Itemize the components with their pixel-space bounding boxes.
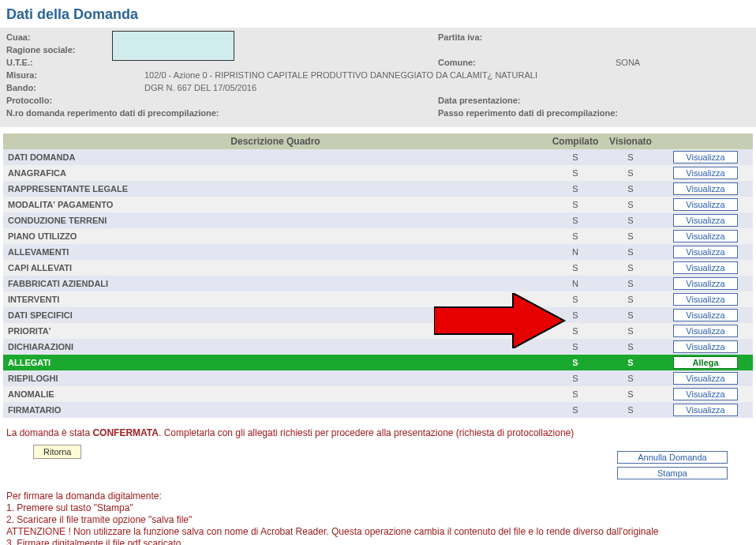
redacted-block bbox=[112, 31, 234, 61]
label-ragione: Ragione sociale: bbox=[6, 43, 105, 56]
row-desc: MODALITA' PAGAMENTO bbox=[3, 197, 548, 212]
visualizza-button[interactable]: Visualizza bbox=[673, 404, 738, 416]
row-action-cell: Visualizza bbox=[658, 323, 753, 339]
row-action-cell: Visualizza bbox=[658, 244, 753, 260]
th-compilato: Compilato bbox=[548, 133, 603, 149]
row-desc: INTERVENTI bbox=[3, 291, 548, 307]
visualizza-button[interactable]: Visualizza bbox=[673, 182, 738, 195]
row-desc: ANAGRAFICA bbox=[3, 165, 548, 181]
row-compilato: N bbox=[548, 244, 603, 260]
row-visionato: S bbox=[603, 370, 658, 386]
row-visionato: S bbox=[603, 181, 658, 197]
row-desc: RIEPILOGHI bbox=[3, 370, 548, 386]
table-row: DATI DOMANDASSVisualizza bbox=[3, 149, 753, 165]
table-row: PIANO UTILIZZOSSVisualizza bbox=[3, 228, 753, 244]
table-row: CONDUZIONE TERRENISSVisualizza bbox=[3, 212, 753, 228]
row-desc: ALLEVAMENTI bbox=[3, 244, 548, 260]
visualizza-button[interactable]: Visualizza bbox=[673, 246, 738, 258]
visualizza-button[interactable]: Visualizza bbox=[673, 277, 738, 290]
row-compilato: S bbox=[548, 307, 603, 323]
visualizza-button[interactable]: Visualizza bbox=[673, 293, 738, 306]
row-visionato: S bbox=[603, 291, 658, 307]
row-action-cell: Visualizza bbox=[658, 307, 753, 323]
instr-line-2: 2. Scaricare il file tramite opzione "sa… bbox=[6, 514, 750, 526]
row-action-cell: Visualizza bbox=[658, 291, 753, 307]
row-compilato: S bbox=[548, 370, 603, 386]
label-datapres: Data presentazione: bbox=[438, 94, 576, 107]
table-row: INTERVENTISSVisualizza bbox=[3, 291, 753, 307]
row-compilato: S bbox=[548, 339, 603, 355]
visualizza-button[interactable]: Visualizza bbox=[673, 372, 738, 385]
visualizza-button[interactable]: Visualizza bbox=[673, 388, 738, 400]
row-visionato: S bbox=[603, 355, 658, 370]
row-compilato: S bbox=[548, 323, 603, 339]
visualizza-button[interactable]: Visualizza bbox=[673, 167, 738, 179]
row-visionato: S bbox=[603, 212, 658, 228]
visualizza-button[interactable]: Visualizza bbox=[673, 214, 738, 227]
row-visionato: S bbox=[603, 260, 658, 276]
table-row: RIEPILOGHISSVisualizza bbox=[3, 370, 753, 386]
visualizza-button[interactable]: Visualizza bbox=[673, 230, 738, 242]
visualizza-button[interactable]: Visualizza bbox=[673, 198, 738, 211]
row-desc: RAPPRESENTANTE LEGALE bbox=[3, 181, 548, 197]
status-pre: La domanda è stata bbox=[6, 427, 92, 438]
th-visionato: Visionato bbox=[603, 133, 658, 149]
row-desc: FIRMATARIO bbox=[3, 402, 548, 418]
status-bold: CONFERMATA bbox=[92, 427, 159, 438]
page-title: Dati della Domanda bbox=[0, 0, 756, 28]
row-compilato: S bbox=[548, 149, 603, 165]
row-visionato: S bbox=[603, 276, 658, 291]
table-row: DATI SPECIFICISSVisualizza bbox=[3, 307, 753, 323]
row-visionato: S bbox=[603, 244, 658, 260]
visualizza-button[interactable]: Visualizza bbox=[673, 151, 738, 164]
label-ute: U.T.E.: bbox=[6, 56, 105, 69]
instr-line-4: 3. Firmare digitalmente il file pdf scar… bbox=[6, 538, 750, 545]
label-comune: Comune: bbox=[438, 56, 576, 69]
table-row: ANAGRAFICASSVisualizza bbox=[3, 165, 753, 181]
annulla-domanda-button[interactable]: Annulla Domanda bbox=[617, 451, 728, 464]
row-compilato: S bbox=[548, 355, 603, 370]
row-action-cell: Visualizza bbox=[658, 260, 753, 276]
row-compilato: N bbox=[548, 276, 603, 291]
table-row: FIRMATARIOSSVisualizza bbox=[3, 402, 753, 418]
value-comune: SONA bbox=[616, 56, 640, 69]
visualizza-button[interactable]: Visualizza bbox=[673, 261, 738, 274]
row-compilato: S bbox=[548, 291, 603, 307]
quadri-table: Descrizione Quadro Compilato Visionato D… bbox=[3, 133, 753, 418]
header-box: Cuaa: Partita iva: Ragione sociale: U.T.… bbox=[0, 28, 756, 127]
row-action-cell: Visualizza bbox=[658, 212, 753, 228]
label-misura: Misura: bbox=[6, 69, 105, 81]
label-bando: Bando: bbox=[6, 81, 105, 94]
label-cuaa: Cuaa: bbox=[6, 31, 105, 43]
row-visionato: S bbox=[603, 149, 658, 165]
row-action-cell: Visualizza bbox=[658, 165, 753, 181]
row-visionato: S bbox=[603, 386, 658, 402]
row-desc: ANOMALIE bbox=[3, 386, 548, 402]
row-visionato: S bbox=[603, 228, 658, 244]
row-desc: CAPI ALLEVATI bbox=[3, 260, 548, 276]
row-compilato: S bbox=[548, 402, 603, 418]
allega-button[interactable]: Allega bbox=[673, 356, 738, 369]
row-desc: PIANO UTILIZZO bbox=[3, 228, 548, 244]
instr-line-1: 1. Premere sul tasto "Stampa" bbox=[6, 502, 750, 514]
row-visionato: S bbox=[603, 197, 658, 212]
row-compilato: S bbox=[548, 181, 603, 197]
visualizza-button[interactable]: Visualizza bbox=[673, 340, 738, 353]
visualizza-button[interactable]: Visualizza bbox=[673, 309, 738, 321]
row-action-cell: Allega bbox=[658, 355, 753, 370]
th-action bbox=[658, 133, 753, 149]
ritorna-button[interactable]: Ritorna bbox=[33, 445, 81, 459]
row-visionato: S bbox=[603, 339, 658, 355]
visualizza-button[interactable]: Visualizza bbox=[673, 325, 738, 337]
table-row: CAPI ALLEVATISSVisualizza bbox=[3, 260, 753, 276]
table-row: DICHIARAZIONISSVisualizza bbox=[3, 339, 753, 355]
row-desc: DATI SPECIFICI bbox=[3, 307, 548, 323]
row-action-cell: Visualizza bbox=[658, 339, 753, 355]
row-action-cell: Visualizza bbox=[658, 181, 753, 197]
row-action-cell: Visualizza bbox=[658, 370, 753, 386]
row-action-cell: Visualizza bbox=[658, 402, 753, 418]
row-desc: ALLEGATI bbox=[3, 355, 548, 370]
row-action-cell: Visualizza bbox=[658, 386, 753, 402]
stampa-button[interactable]: Stampa bbox=[617, 467, 728, 479]
row-visionato: S bbox=[603, 165, 658, 181]
